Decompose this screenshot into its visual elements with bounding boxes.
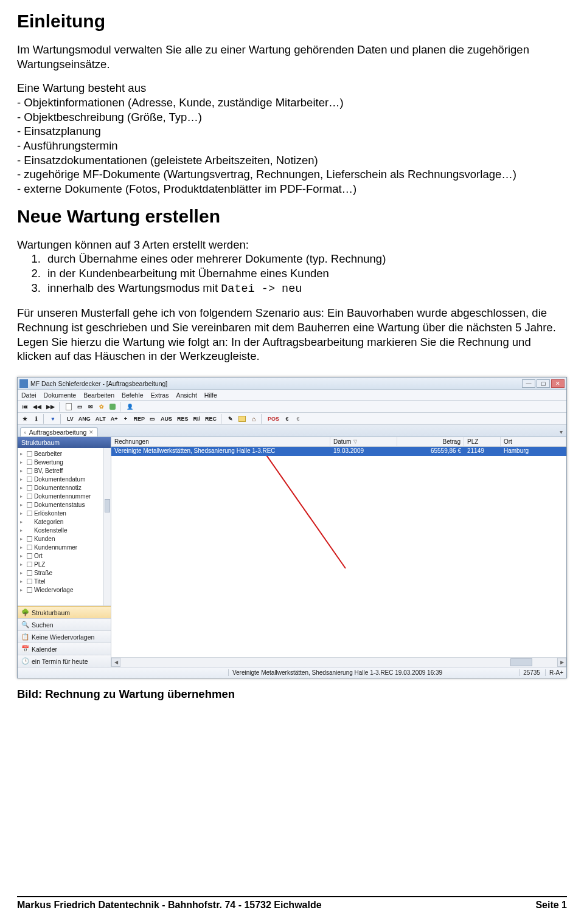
tb-doc-icon[interactable] (64, 402, 74, 412)
footer-page-number: Seite 1 (535, 900, 567, 911)
tb-card-icon[interactable]: ▭ (75, 402, 85, 412)
list-item: - Objektbeschreibung (Größe, Typ…) (17, 110, 567, 125)
col-datum: Datum▽ (330, 437, 397, 446)
status-bar: Vereinigte Metallwerkstätten, Shedsanier… (18, 667, 566, 678)
tb-rep[interactable]: REP (131, 414, 147, 424)
menu-extras[interactable]: Extras (151, 391, 169, 399)
toolbar-1: ⏮ ◀◀ ▶▶ ▭ ✉ ✿ 👤 (18, 401, 566, 413)
sort-desc-icon: ▽ (353, 439, 357, 444)
cell-name: Vereinigte Metallwerkstätten, Shedsanier… (111, 447, 330, 456)
menu-datei[interactable]: Datei (21, 391, 36, 399)
calendar-icon: 📅 (21, 646, 29, 653)
tree-item: ▸Dokumentendatum (18, 475, 111, 483)
grid-column-headers[interactable]: Rechnungen Datum▽ Betrag PLZ Ort (111, 437, 566, 447)
tb-lv[interactable]: LV (65, 414, 75, 424)
tree-item: ▸Kunden (18, 534, 111, 543)
tree-item: ▸Kundennummer (18, 543, 111, 551)
tab-doc-icon: ▫ (24, 429, 27, 436)
panel-suchen[interactable]: 🔍Suchen (18, 618, 111, 630)
structure-tree[interactable]: ▸Bearbeiter ▸Bewertung ▸BV, Betreff ▸Dok… (18, 448, 111, 606)
panel-termin[interactable]: 🕒ein Termin für heute (18, 655, 111, 667)
maximize-button[interactable]: ▢ (537, 379, 550, 388)
window-title: MF Dach Schieferdecker - [Auftragsbearbe… (30, 380, 522, 387)
app-screenshot: MF Dach Schieferdecker - [Auftragsbearbe… (17, 377, 567, 678)
tab-label: Auftragsbearbeitung (29, 429, 87, 436)
search-icon: 🔍 (21, 621, 29, 629)
menu-bearbeiten[interactable]: Bearbeiten (83, 391, 114, 399)
sidebar-header: Strukturbaum (18, 437, 111, 448)
list-item: - Einsatzplanung (17, 124, 567, 139)
footer-left: Markus Friedrich Datentechnik - Bahnhofs… (17, 900, 322, 911)
tab-auftragsbearbeitung[interactable]: ▫ Auftragsbearbeitung ✕ (20, 427, 98, 436)
tb-ri[interactable]: RI/ (191, 414, 202, 424)
tree-item: ▸Ort (18, 551, 111, 560)
scroll-left-icon[interactable]: ◀ (111, 658, 120, 667)
close-button[interactable]: ✕ (551, 379, 565, 388)
document-tabs: ▫ Auftragsbearbeitung ✕ ▾ (18, 425, 566, 437)
menu-hilfe[interactable]: Hilfe (204, 391, 217, 399)
tree-item: ▸Straße (18, 568, 111, 577)
tb-euro2-icon[interactable]: € (293, 414, 303, 424)
tb-pen-icon[interactable]: ✎ (226, 414, 235, 424)
tb-nav-prev-icon[interactable]: ◀◀ (31, 402, 43, 412)
tb-user-icon[interactable]: 👤 (125, 402, 135, 412)
sidebar: Strukturbaum ▸Bearbeiter ▸Bewertung ▸BV,… (18, 437, 111, 667)
panel-wiedervorlagen[interactable]: 📋Keine Wiedervorlagen (18, 630, 111, 643)
tb-ang[interactable]: ANG (77, 414, 92, 424)
grid-row-selected[interactable]: Vereinigte Metallwerkstätten, Shedsanier… (111, 447, 566, 456)
tb-rec[interactable]: REC (203, 414, 218, 424)
list-item: innerhalb des Wartungsmodus mit Datei ->… (44, 281, 567, 297)
panel-strukturbaum[interactable]: 🌳Strukturbaum (18, 606, 111, 618)
tb-currency-icon[interactable]: € (282, 414, 292, 424)
svg-line-0 (252, 456, 346, 568)
tb-info-icon[interactable]: ℹ (31, 414, 41, 424)
tree-item: ▸Bearbeiter (18, 449, 111, 458)
menu-bar: Datei Dokumente Bearbeiten Befehle Extra… (18, 390, 566, 401)
cell-betrag: 65559,86 € (397, 447, 464, 456)
reminder-icon: 📋 (21, 633, 29, 641)
col-ort: Ort (501, 437, 566, 446)
status-mode: R-A+ (545, 669, 563, 676)
menu-ansicht[interactable]: Ansicht (176, 391, 196, 399)
tree-scrollbar[interactable] (103, 448, 111, 605)
horizontal-scrollbar[interactable]: ◀ ▶ (111, 657, 566, 667)
creation-methods-list: durch Übernahme eines oder mehrerer Doku… (44, 252, 567, 296)
tree-item: ▸Bewertung (18, 458, 111, 466)
status-document: Vereinigte Metallwerkstätten, Shedsanier… (228, 669, 442, 676)
tb-house-icon[interactable]: ⌂ (249, 414, 259, 424)
menu-befehle[interactable]: Befehle (122, 391, 144, 399)
wartung-components-list: Eine Wartung besteht aus - Objektinforma… (17, 81, 567, 196)
tb-green-icon[interactable] (108, 402, 117, 412)
tabbar-menu-icon[interactable]: ▾ (556, 427, 566, 436)
intro-paragraph: Im Wartungsmodul verwalten Sie alle zu e… (17, 43, 567, 71)
tb-star-icon[interactable]: ★ (20, 414, 30, 424)
tb-alt[interactable]: ALT (94, 414, 108, 424)
cell-plz: 21149 (464, 447, 501, 456)
minimize-button[interactable]: — (522, 379, 535, 388)
tb-gear-icon[interactable]: ✿ (97, 402, 106, 412)
tb-pos[interactable]: POS (266, 414, 281, 424)
tb-aplus[interactable]: A+ (109, 414, 120, 424)
scroll-right-icon[interactable]: ▶ (557, 658, 566, 667)
cell-ort: Hamburg (501, 447, 566, 456)
status-number: 25735 (519, 669, 540, 676)
tb-aus[interactable]: AUS (159, 414, 174, 424)
toolbar-2: ★ ℹ ♥ LV ANG ALT A+ + REP ▭ AUS RES RI/ … (18, 413, 566, 425)
page-footer: Markus Friedrich Datentechnik - Bahnhofs… (17, 896, 567, 911)
tb-nav-next-icon[interactable]: ▶▶ (44, 402, 57, 412)
tree-item: ▸Kostenstelle (18, 526, 111, 534)
tb-plus[interactable]: + (120, 414, 130, 424)
tb-box-icon[interactable]: ▭ (148, 414, 158, 424)
menu-dokumente[interactable]: Dokumente (44, 391, 77, 399)
ol-lead: Wartungen können auf 3 Arten erstellt we… (17, 238, 567, 252)
tb-res[interactable]: RES (175, 414, 190, 424)
tab-close-icon[interactable]: ✕ (89, 429, 94, 435)
heading-neue-wartung: Neue Wartung erstellen (17, 206, 567, 227)
tb-folder-icon[interactable] (237, 414, 248, 424)
panel-kalender[interactable]: 📅Kalender (18, 643, 111, 655)
cell-datum: 19.03.2009 (330, 447, 397, 456)
list-item: in der Kundenbearbeitung mit Übernahme e… (44, 266, 567, 281)
tb-heart-icon[interactable]: ♥ (48, 414, 58, 424)
tb-mail-icon[interactable]: ✉ (86, 402, 96, 412)
tb-nav-first-icon[interactable]: ⏮ (20, 402, 30, 412)
